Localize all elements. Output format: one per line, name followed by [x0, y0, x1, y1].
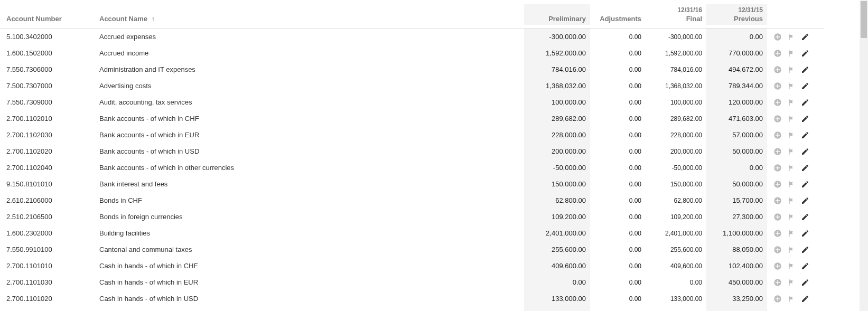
table-row[interactable]: 1.600.1502000Accrued income1,592,000.000… — [0, 45, 824, 61]
edit-icon[interactable] — [800, 81, 810, 91]
edit-icon[interactable] — [800, 294, 810, 304]
edit-icon[interactable] — [800, 146, 810, 157]
flag-icon[interactable] — [786, 195, 797, 206]
table-row[interactable]: 2.610.2106000Bonds in CHF62,800.000.0062… — [0, 192, 824, 209]
table-row[interactable]: 2.700.1102010Bank accounts - of which in… — [0, 110, 824, 127]
vertical-scrollbar[interactable] — [860, 0, 868, 311]
table-row[interactable]: 2.700.1101040Cash in hands - of which in… — [0, 307, 824, 311]
edit-icon[interactable] — [800, 244, 810, 255]
plus-icon[interactable] — [772, 228, 783, 239]
cell-actions — [767, 78, 824, 94]
cell-final: 255,600.00 — [646, 241, 706, 258]
cell-previous: 789,344.00 — [706, 78, 767, 94]
flag-icon[interactable] — [786, 212, 797, 222]
plus-icon[interactable] — [772, 48, 783, 59]
table-row[interactable]: 9.150.8101010Bank interest and fees150,0… — [0, 176, 824, 192]
plus-icon[interactable] — [772, 32, 783, 42]
cell-adjustments: 0.00 — [590, 307, 646, 311]
edit-icon[interactable] — [800, 195, 810, 206]
flag-icon[interactable] — [786, 261, 797, 271]
column-header-account-name[interactable]: Account Name ↑ — [95, 13, 524, 25]
flag-icon[interactable] — [786, 228, 797, 239]
plus-icon[interactable] — [772, 97, 783, 108]
cell-account-name: Accrued expenses — [95, 29, 524, 45]
cell-adjustments: 0.00 — [590, 78, 646, 94]
svg-rect-17 — [776, 118, 780, 119]
edit-icon[interactable] — [800, 261, 810, 271]
table-row[interactable]: 2.700.1101010Cash in hands - of which in… — [0, 258, 824, 274]
cell-previous: 57,000.00 — [706, 127, 767, 143]
edit-icon[interactable] — [800, 114, 810, 124]
table-header: Account Number Account Name ↑ Preliminar… — [0, 0, 824, 29]
table-row[interactable]: 5.100.3402000Accrued expenses-300,000.00… — [0, 29, 824, 45]
edit-icon[interactable] — [800, 64, 810, 75]
cell-account-name: Building facilities — [95, 225, 524, 241]
edit-icon[interactable] — [800, 97, 810, 108]
svg-rect-50 — [776, 298, 780, 299]
cell-preliminary: 100,000.00 — [524, 94, 590, 110]
edit-icon[interactable] — [800, 32, 810, 42]
plus-icon[interactable] — [772, 277, 783, 288]
flag-icon[interactable] — [786, 244, 797, 255]
table-row[interactable]: 2.700.1102030Bank accounts - of which in… — [0, 127, 824, 143]
plus-icon[interactable] — [772, 146, 783, 157]
flag-icon[interactable] — [786, 294, 797, 304]
scrollbar-thumb[interactable] — [861, 1, 867, 38]
flag-icon[interactable] — [786, 81, 797, 91]
cell-actions — [767, 209, 824, 225]
flag-icon[interactable] — [786, 97, 797, 108]
table-row[interactable]: 2.700.1102020Bank accounts - of which in… — [0, 143, 824, 159]
plus-icon[interactable] — [772, 244, 783, 255]
edit-icon[interactable] — [800, 179, 810, 190]
table-row[interactable]: 1.600.2302000Building facilities2,401,00… — [0, 225, 824, 241]
plus-icon[interactable] — [772, 195, 783, 206]
table-row[interactable]: 2.700.1101030Cash in hands - of which in… — [0, 274, 824, 290]
plus-icon[interactable] — [772, 81, 783, 91]
plus-icon[interactable] — [772, 130, 783, 140]
column-header-previous[interactable]: Previous — [734, 15, 763, 23]
flag-icon[interactable] — [786, 114, 797, 124]
table-row[interactable]: 2.700.1101020Cash in hands - of which in… — [0, 290, 824, 307]
cell-actions — [767, 159, 824, 176]
cell-account-number: 2.700.1101030 — [0, 274, 95, 290]
flag-icon[interactable] — [786, 146, 797, 157]
table-row[interactable]: 7.500.7307000Advertising costs1,368,032.… — [0, 78, 824, 94]
edit-icon[interactable] — [800, 228, 810, 239]
plus-icon[interactable] — [772, 179, 783, 190]
plus-icon[interactable] — [772, 294, 783, 304]
plus-icon[interactable] — [772, 212, 783, 222]
edit-icon[interactable] — [800, 48, 810, 59]
column-header-account-number[interactable]: Account Number — [0, 13, 95, 25]
flag-icon[interactable] — [786, 48, 797, 59]
flag-icon[interactable] — [786, 179, 797, 190]
plus-icon[interactable] — [772, 114, 783, 124]
cell-account-number: 1.600.2302000 — [0, 225, 95, 241]
edit-icon[interactable] — [800, 163, 810, 173]
cell-account-number: 7.550.7306000 — [0, 61, 95, 78]
flag-icon[interactable] — [786, 64, 797, 75]
svg-rect-29 — [776, 184, 780, 184]
column-header-preliminary[interactable]: Preliminary — [548, 15, 586, 23]
accounts-table: Account Number Account Name ↑ Preliminar… — [0, 0, 824, 311]
column-header-final[interactable]: Final — [686, 15, 702, 23]
cell-preliminary: -300,000.00 — [524, 29, 590, 45]
flag-icon[interactable] — [786, 277, 797, 288]
table-row[interactable]: 2.700.1102040Bank accounts - of which in… — [0, 159, 824, 176]
column-header-adjustments[interactable]: Adjustments — [600, 15, 641, 23]
flag-icon[interactable] — [786, 130, 797, 140]
plus-icon[interactable] — [772, 64, 783, 75]
flag-icon[interactable] — [786, 32, 797, 42]
cell-final: 100,000.00 — [646, 94, 706, 110]
edit-icon[interactable] — [800, 277, 810, 288]
table-row[interactable]: 7.550.7306000Administration and IT expen… — [0, 61, 824, 78]
edit-icon[interactable] — [800, 130, 810, 140]
edit-icon[interactable] — [800, 212, 810, 222]
cell-account-name: Audit, accounting, tax services — [95, 94, 524, 110]
table-row[interactable]: 7.550.7309000Audit, accounting, tax serv… — [0, 94, 824, 110]
flag-icon[interactable] — [786, 163, 797, 173]
cell-actions — [767, 45, 824, 61]
table-row[interactable]: 7.550.9910100Cantonal and communal taxes… — [0, 241, 824, 258]
plus-icon[interactable] — [772, 261, 783, 271]
plus-icon[interactable] — [772, 163, 783, 173]
table-row[interactable]: 2.510.2106500Bonds in foreign currencies… — [0, 209, 824, 225]
